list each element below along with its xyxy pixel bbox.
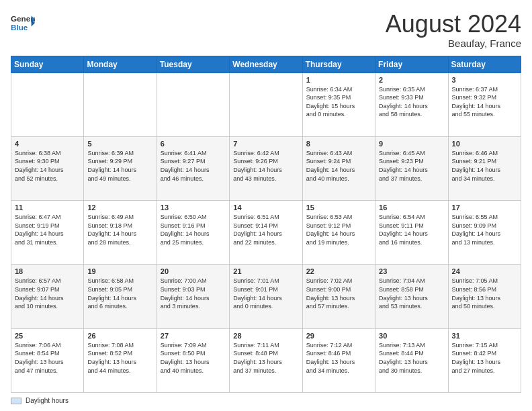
day-number: 4 (15, 140, 80, 148)
table-row: 15Sunrise: 6:53 AMSunset: 9:12 PMDayligh… (302, 201, 375, 265)
table-row: 26Sunrise: 7:08 AMSunset: 8:52 PMDayligh… (84, 328, 157, 392)
day-number: 21 (233, 267, 298, 275)
day-info: Sunrise: 7:15 AMSunset: 8:42 PMDaylight:… (452, 341, 517, 375)
day-info: Sunrise: 6:49 AMSunset: 9:18 PMDaylight:… (87, 213, 152, 246)
table-row: 12Sunrise: 6:49 AMSunset: 9:18 PMDayligh… (84, 201, 157, 265)
day-info: Sunrise: 7:01 AMSunset: 9:01 PMDaylight:… (233, 277, 298, 310)
day-number: 12 (87, 203, 152, 212)
day-number: 20 (161, 267, 226, 275)
day-info: Sunrise: 7:06 AMSunset: 8:54 PMDaylight:… (15, 341, 80, 375)
table-row: 28Sunrise: 7:11 AMSunset: 8:48 PMDayligh… (230, 328, 302, 392)
col-sunday: Sunday (11, 56, 84, 73)
col-tuesday: Tuesday (157, 56, 229, 73)
table-row: 17Sunrise: 6:55 AMSunset: 9:09 PMDayligh… (448, 201, 521, 265)
table-row (11, 73, 84, 136)
day-number: 25 (15, 332, 80, 340)
table-row: 13Sunrise: 6:50 AMSunset: 9:16 PMDayligh… (157, 201, 229, 265)
table-row: 18Sunrise: 6:57 AMSunset: 9:07 PMDayligh… (11, 265, 84, 328)
day-number: 13 (161, 203, 226, 212)
day-info: Sunrise: 7:08 AMSunset: 8:52 PMDaylight:… (87, 341, 152, 375)
table-row: 4Sunrise: 6:38 AMSunset: 9:30 PMDaylight… (11, 136, 84, 200)
svg-text:Blue: Blue (11, 23, 28, 32)
day-number: 3 (452, 76, 517, 84)
title-block: August 2024 Beaufay, France (386, 11, 521, 49)
legend-box (11, 398, 21, 404)
day-info: Sunrise: 7:12 AMSunset: 8:46 PMDaylight:… (306, 341, 371, 375)
day-number: 15 (306, 203, 371, 212)
table-row: 16Sunrise: 6:54 AMSunset: 9:11 PMDayligh… (375, 201, 448, 265)
day-number: 7 (233, 140, 298, 148)
logo-icon: General Blue (11, 11, 35, 35)
day-number: 1 (306, 76, 371, 84)
day-info: Sunrise: 6:55 AMSunset: 9:09 PMDaylight:… (452, 213, 517, 246)
day-info: Sunrise: 6:45 AMSunset: 9:23 PMDaylight:… (379, 149, 444, 183)
table-row: 30Sunrise: 7:13 AMSunset: 8:44 PMDayligh… (375, 328, 448, 392)
table-row (230, 73, 302, 136)
day-info: Sunrise: 6:38 AMSunset: 9:30 PMDaylight:… (15, 149, 80, 183)
table-row: 22Sunrise: 7:02 AMSunset: 9:00 PMDayligh… (302, 265, 375, 328)
day-info: Sunrise: 7:09 AMSunset: 8:50 PMDaylight:… (161, 341, 226, 375)
day-info: Sunrise: 6:41 AMSunset: 9:27 PMDaylight:… (161, 149, 226, 183)
day-number: 6 (161, 140, 226, 148)
day-number: 23 (379, 267, 444, 275)
day-number: 19 (87, 267, 152, 275)
col-friday: Friday (375, 56, 448, 73)
day-info: Sunrise: 7:02 AMSunset: 9:00 PMDaylight:… (306, 277, 371, 310)
day-info: Sunrise: 6:50 AMSunset: 9:16 PMDaylight:… (161, 213, 226, 246)
day-info: Sunrise: 6:35 AMSunset: 9:33 PMDaylight:… (379, 85, 444, 119)
table-row: 7Sunrise: 6:42 AMSunset: 9:26 PMDaylight… (230, 136, 302, 200)
day-info: Sunrise: 7:13 AMSunset: 8:44 PMDaylight:… (379, 341, 444, 375)
table-row: 24Sunrise: 7:05 AMSunset: 8:56 PMDayligh… (448, 265, 521, 328)
col-wednesday: Wednesday (230, 56, 302, 73)
day-number: 14 (233, 203, 298, 212)
table-row: 20Sunrise: 7:00 AMSunset: 9:03 PMDayligh… (157, 265, 229, 328)
col-thursday: Thursday (302, 56, 375, 73)
table-row: 6Sunrise: 6:41 AMSunset: 9:27 PMDaylight… (157, 136, 229, 200)
table-row: 5Sunrise: 6:39 AMSunset: 9:29 PMDaylight… (84, 136, 157, 200)
calendar-week-row: 1Sunrise: 6:34 AMSunset: 9:35 PMDaylight… (11, 73, 521, 136)
day-number: 9 (379, 140, 444, 148)
day-number: 30 (379, 332, 444, 340)
day-number: 2 (379, 76, 444, 84)
legend: Daylight hours (11, 397, 521, 404)
day-info: Sunrise: 6:37 AMSunset: 9:32 PMDaylight:… (452, 85, 517, 119)
day-info: Sunrise: 6:34 AMSunset: 9:35 PMDaylight:… (306, 85, 371, 119)
day-info: Sunrise: 7:00 AMSunset: 9:03 PMDaylight:… (161, 277, 226, 310)
day-info: Sunrise: 6:57 AMSunset: 9:07 PMDaylight:… (15, 277, 80, 310)
logo: General Blue (11, 11, 35, 35)
month-title: August 2024 (386, 11, 521, 38)
day-number: 17 (452, 203, 517, 212)
calendar-week-row: 4Sunrise: 6:38 AMSunset: 9:30 PMDaylight… (11, 136, 521, 200)
calendar-week-row: 18Sunrise: 6:57 AMSunset: 9:07 PMDayligh… (11, 265, 521, 328)
day-number: 31 (452, 332, 517, 340)
day-info: Sunrise: 6:54 AMSunset: 9:11 PMDaylight:… (379, 213, 444, 246)
table-row: 3Sunrise: 6:37 AMSunset: 9:32 PMDaylight… (448, 73, 521, 136)
table-row: 1Sunrise: 6:34 AMSunset: 9:35 PMDaylight… (302, 73, 375, 136)
day-number: 8 (306, 140, 371, 148)
table-row: 2Sunrise: 6:35 AMSunset: 9:33 PMDaylight… (375, 73, 448, 136)
day-number: 29 (306, 332, 371, 340)
day-info: Sunrise: 7:04 AMSunset: 8:58 PMDaylight:… (379, 277, 444, 310)
day-info: Sunrise: 6:39 AMSunset: 9:29 PMDaylight:… (87, 149, 152, 183)
day-number: 26 (87, 332, 152, 340)
col-monday: Monday (84, 56, 157, 73)
header: General Blue August 2024 Beaufay, France (11, 11, 521, 49)
location: Beaufay, France (386, 38, 521, 49)
day-info: Sunrise: 6:53 AMSunset: 9:12 PMDaylight:… (306, 213, 371, 246)
day-number: 28 (233, 332, 298, 340)
table-row: 14Sunrise: 6:51 AMSunset: 9:14 PMDayligh… (230, 201, 302, 265)
legend-label: Daylight hours (26, 397, 69, 404)
table-row: 23Sunrise: 7:04 AMSunset: 8:58 PMDayligh… (375, 265, 448, 328)
table-row: 9Sunrise: 6:45 AMSunset: 9:23 PMDaylight… (375, 136, 448, 200)
day-info: Sunrise: 6:51 AMSunset: 9:14 PMDaylight:… (233, 213, 298, 246)
calendar-table: Sunday Monday Tuesday Wednesday Thursday… (11, 56, 521, 393)
day-info: Sunrise: 6:58 AMSunset: 9:05 PMDaylight:… (87, 277, 152, 310)
calendar-week-row: 25Sunrise: 7:06 AMSunset: 8:54 PMDayligh… (11, 328, 521, 392)
table-row: 19Sunrise: 6:58 AMSunset: 9:05 PMDayligh… (84, 265, 157, 328)
day-number: 11 (15, 203, 80, 212)
table-row (84, 73, 157, 136)
day-info: Sunrise: 6:43 AMSunset: 9:24 PMDaylight:… (306, 149, 371, 183)
calendar-header-row: Sunday Monday Tuesday Wednesday Thursday… (11, 56, 521, 73)
table-row: 27Sunrise: 7:09 AMSunset: 8:50 PMDayligh… (157, 328, 229, 392)
day-number: 22 (306, 267, 371, 275)
